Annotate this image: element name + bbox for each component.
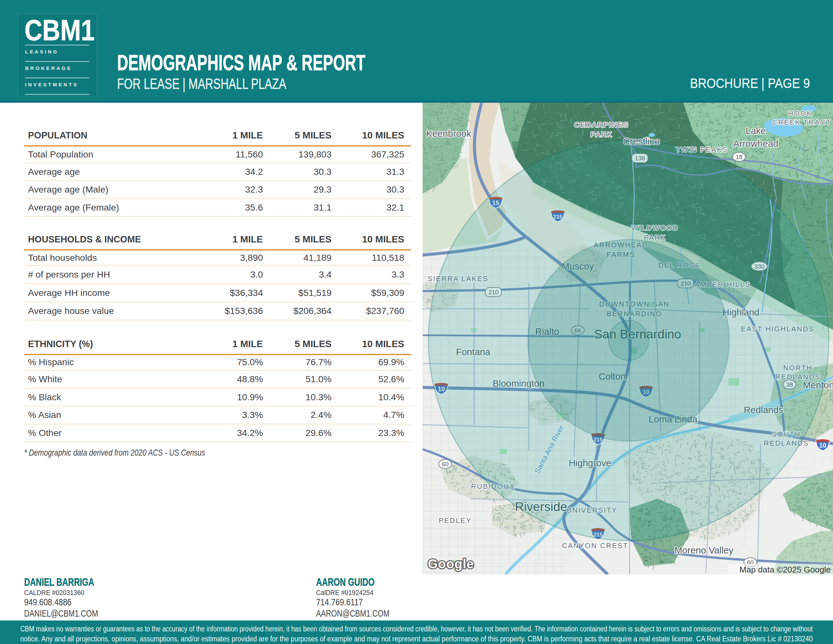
svg-text:CANYON CREST: CANYON CREST <box>562 542 628 550</box>
svg-text:HOOK: HOOK <box>788 109 812 118</box>
svg-text:Arrowhead: Arrowhead <box>733 138 778 149</box>
svg-text:CREEK TRACT: CREEK TRACT <box>772 118 831 126</box>
svg-text:Moreno Valley: Moreno Valley <box>674 545 733 555</box>
svg-text:CEDARPINES: CEDARPINES <box>574 121 629 129</box>
svg-text:10: 10 <box>819 442 826 449</box>
svg-text:60: 60 <box>442 461 449 467</box>
svg-text:Keenbrook: Keenbrook <box>426 129 471 139</box>
svg-text:Lake: Lake <box>746 126 766 136</box>
svg-text:18: 18 <box>735 154 742 160</box>
svg-text:PEDLEY: PEDLEY <box>439 517 471 525</box>
svg-text:PARK: PARK <box>591 130 613 138</box>
svg-text:Map data ©2025 Google: Map data ©2025 Google <box>739 565 831 575</box>
svg-text:Google: Google <box>428 557 474 571</box>
